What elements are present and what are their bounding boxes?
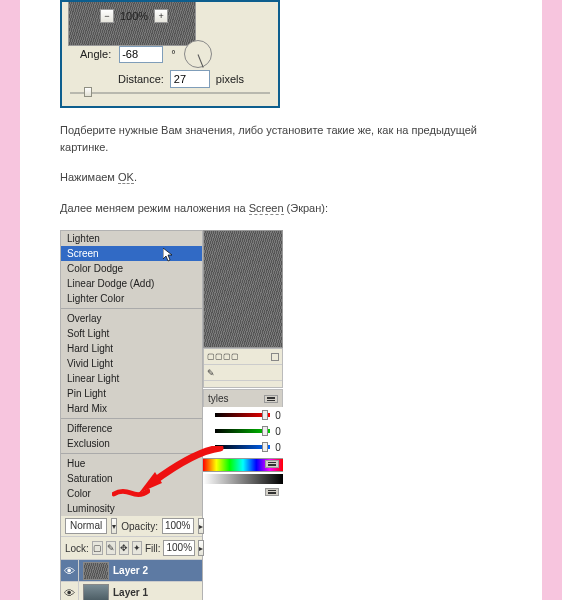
blend-mode-item[interactable]: Pin Light xyxy=(61,386,202,401)
blend-mode-item[interactable]: Difference xyxy=(61,421,202,436)
blend-mode-item[interactable]: Lighter Color xyxy=(61,291,202,306)
value-strip[interactable] xyxy=(203,474,283,484)
angle-input[interactable] xyxy=(119,46,163,63)
lock-transparency-icon[interactable]: ▢ xyxy=(92,541,103,555)
mouse-cursor-icon xyxy=(163,248,174,264)
lock-label: Lock: xyxy=(65,543,89,554)
blend-mode-item[interactable]: Hard Light xyxy=(61,341,202,356)
fill-label: Fill: xyxy=(145,543,161,554)
panel-menu-icon[interactable] xyxy=(265,488,279,496)
eye-icon[interactable]: 👁 xyxy=(61,582,79,601)
paragraph-3: Далее меняем режим наложения на Screen (… xyxy=(60,200,502,217)
blend-mode-item[interactable]: Soft Light xyxy=(61,326,202,341)
option-rows: ▢▢▢▢ ✎ xyxy=(203,348,283,388)
distance-label: Distance: xyxy=(118,73,164,85)
angle-label: Angle: xyxy=(80,48,111,60)
eye-icon[interactable]: 👁 xyxy=(61,560,79,582)
blend-mode-item[interactable]: Overlay xyxy=(61,311,202,326)
green-slider[interactable] xyxy=(215,429,270,433)
fill-input[interactable]: 100% xyxy=(163,540,195,556)
paragraph-2: Нажимаем OK. xyxy=(60,169,502,186)
blend-mode-item[interactable]: Lighten xyxy=(61,231,202,246)
angle-dial[interactable] xyxy=(184,40,212,68)
rgb-slider-rows: 0 0 0 xyxy=(215,407,283,455)
blend-mode-item[interactable]: Saturation xyxy=(61,471,202,486)
layer-thumbnail xyxy=(83,562,109,580)
zoom-in-button[interactable]: + xyxy=(154,9,168,23)
panel-menu-icon[interactable] xyxy=(264,395,278,403)
layer-thumbnail xyxy=(83,584,109,601)
blue-slider[interactable] xyxy=(215,445,270,449)
lock-all-icon[interactable]: ✦ xyxy=(132,541,142,555)
blend-mode-item[interactable]: Luminosity xyxy=(61,501,202,516)
blend-mode-item[interactable]: Color xyxy=(61,486,202,501)
panel-menu-icon[interactable] xyxy=(265,460,279,468)
screen-term: Screen xyxy=(249,202,284,215)
lock-paint-icon[interactable]: ✎ xyxy=(106,541,116,555)
layer-name: Layer 2 xyxy=(113,565,148,576)
chevron-down-icon[interactable]: ▾ xyxy=(111,518,117,534)
blend-mode-item[interactable]: Linear Dodge (Add) xyxy=(61,276,202,291)
opacity-label: Opacity: xyxy=(121,521,158,532)
opacity-input[interactable]: 100% xyxy=(162,518,194,534)
blend-mode-item[interactable]: Hue xyxy=(61,456,202,471)
distance-unit: pixels xyxy=(216,73,244,85)
paragraph-1: Подберите нужные Вам значения, либо уста… xyxy=(60,122,502,155)
blend-mode-select[interactable]: Normal xyxy=(65,518,107,534)
blend-mode-item[interactable]: Vivid Light xyxy=(61,356,202,371)
canvas-preview xyxy=(203,230,283,348)
panel-tabs[interactable]: tyles xyxy=(203,389,283,407)
chevron-right-icon[interactable]: ▸ xyxy=(198,518,204,534)
distance-slider[interactable] xyxy=(70,90,270,96)
zoom-out-button[interactable]: − xyxy=(100,9,114,23)
zoom-percent: 100% xyxy=(120,10,148,22)
blend-mode-item[interactable]: Exclusion xyxy=(61,436,202,451)
layer-name: Layer 1 xyxy=(113,587,148,598)
motion-blur-screenshot: − 100% + Angle: ° Distance: pixels xyxy=(60,0,280,108)
lock-position-icon[interactable]: ✥ xyxy=(119,541,129,555)
angle-degree: ° xyxy=(171,48,175,60)
blend-mode-item[interactable]: Color Dodge xyxy=(61,261,202,276)
ok-term: OK xyxy=(118,171,134,184)
layer-row[interactable]: 👁 Layer 1 xyxy=(61,581,202,600)
distance-input[interactable] xyxy=(170,70,210,88)
red-slider[interactable] xyxy=(215,413,270,417)
blend-mode-item-selected[interactable]: Screen xyxy=(61,246,202,261)
chevron-right-icon[interactable]: ▸ xyxy=(198,540,204,556)
layers-blend-screenshot: Lighten Screen Color Dodge Linear Dodge … xyxy=(60,230,203,600)
blend-mode-item[interactable]: Linear Light xyxy=(61,371,202,386)
blend-mode-item[interactable]: Hard Mix xyxy=(61,401,202,416)
layer-row-selected[interactable]: 👁 Layer 2 xyxy=(61,559,202,581)
